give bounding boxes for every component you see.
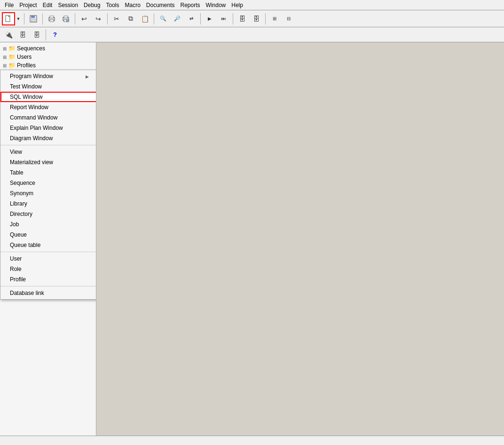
profiles-label: Profiles bbox=[17, 62, 36, 69]
sep-after-queue-table bbox=[0, 252, 96, 252]
role-label: Role bbox=[10, 266, 22, 272]
menu-documents[interactable]: Documents bbox=[143, 1, 178, 9]
print-button[interactable] bbox=[45, 12, 58, 25]
new-icon bbox=[5, 15, 12, 23]
menu-queue[interactable]: Queue bbox=[0, 230, 96, 240]
sql-window-label: SQL Window bbox=[10, 94, 43, 100]
menu-profile[interactable]: Profile bbox=[0, 274, 96, 285]
db2-button[interactable]: 🗄 bbox=[30, 28, 43, 41]
program-window-arrow bbox=[86, 73, 89, 79]
users-folder-icon: 📁 bbox=[8, 54, 16, 60]
print-icon bbox=[48, 15, 55, 23]
menu-macro[interactable]: Macro bbox=[122, 1, 143, 9]
menu-library[interactable]: Library bbox=[0, 199, 96, 209]
menu-command-window[interactable]: Command Window bbox=[0, 112, 96, 123]
menu-sql-window[interactable]: SQL Window bbox=[0, 92, 96, 102]
menu-job[interactable]: Job bbox=[0, 219, 96, 230]
sep1 bbox=[24, 13, 24, 24]
svg-rect-3 bbox=[31, 16, 35, 18]
command-window-label: Command Window bbox=[10, 114, 57, 121]
menu-reports[interactable]: Reports bbox=[178, 1, 203, 9]
sep2 bbox=[42, 13, 43, 24]
sidebar-item-sequences[interactable]: ⊞ 📁 Sequences bbox=[0, 44, 96, 53]
dropdown-overlay: Program Window Test Window SQL Window Re… bbox=[0, 70, 96, 300]
toolbar1: ▼ ↩ ↪ ✂ ⧉ 📋 🔍 🔎 ⇄ ▶ ⏭ 🗄 🗄 bbox=[0, 10, 504, 27]
profile-label: Profile bbox=[10, 276, 26, 283]
sep-after-profile bbox=[0, 286, 96, 286]
printpreview-button[interactable] bbox=[59, 12, 72, 25]
menu-debug[interactable]: Debug bbox=[81, 1, 103, 9]
menu-file[interactable]: File bbox=[2, 1, 16, 9]
menu-sequence[interactable]: Sequence bbox=[0, 178, 96, 188]
sep-after-diagram bbox=[0, 145, 96, 145]
test-window-label: Test Window bbox=[10, 83, 42, 90]
sidebar-item-profiles[interactable]: ⊞ 📁 Profiles bbox=[0, 61, 96, 70]
menu-program-window[interactable]: Program Window bbox=[0, 71, 96, 81]
sep9 bbox=[46, 29, 46, 40]
library-label: Library bbox=[10, 200, 27, 207]
menu-user[interactable]: User bbox=[0, 254, 96, 264]
dropdown-arrow-button[interactable]: ▼ bbox=[15, 12, 22, 25]
sidebar: ⊞ 📁 Sequences ⊞ 📁 Users ⊞ 📁 Profiles ⊞ 📁… bbox=[0, 42, 96, 436]
expand-users: ⊞ bbox=[2, 55, 8, 60]
menu-directory[interactable]: Directory bbox=[0, 209, 96, 219]
menu-role[interactable]: Role bbox=[0, 264, 96, 274]
findnext-button[interactable]: 🔎 bbox=[171, 12, 184, 25]
exec-button[interactable]: ▶ bbox=[203, 12, 216, 25]
new-button[interactable] bbox=[2, 12, 15, 25]
svg-rect-4 bbox=[32, 19, 35, 22]
redo-button[interactable]: ↪ bbox=[92, 12, 105, 25]
db-icon-button2[interactable]: 🗄 bbox=[250, 12, 263, 25]
svg-point-11 bbox=[66, 19, 69, 22]
view-label: View bbox=[10, 149, 22, 155]
toolbar-group-new: ▼ bbox=[2, 12, 22, 25]
connect-button[interactable]: 🔌 bbox=[2, 28, 15, 41]
extra-btn1[interactable]: ⊞ bbox=[268, 12, 281, 25]
content-area bbox=[96, 42, 504, 436]
menu-queue-table[interactable]: Queue table bbox=[0, 240, 96, 250]
paste-button[interactable]: 📋 bbox=[138, 12, 151, 25]
find-button[interactable]: 🔍 bbox=[157, 12, 170, 25]
menu-view[interactable]: View bbox=[0, 147, 96, 157]
synonym-label: Synonym bbox=[10, 190, 33, 197]
expand-profiles: ⊞ bbox=[2, 63, 8, 68]
menu-tools[interactable]: Tools bbox=[103, 1, 122, 9]
directory-label: Directory bbox=[10, 211, 32, 217]
sidebar-item-users[interactable]: ⊞ 📁 Users bbox=[0, 53, 96, 61]
dropdown-menu: Program Window Test Window SQL Window Re… bbox=[0, 70, 96, 300]
menu-materialized-view[interactable]: Materialized view bbox=[0, 157, 96, 167]
help-button[interactable]: ? bbox=[48, 28, 62, 41]
undo-button[interactable]: ↩ bbox=[78, 12, 91, 25]
menu-report-window[interactable]: Report Window bbox=[0, 102, 96, 112]
users-label: Users bbox=[17, 54, 32, 60]
menubar: File Project Edit Session Debug Tools Ma… bbox=[0, 0, 504, 10]
program-window-label: Program Window bbox=[10, 73, 53, 79]
menu-edit[interactable]: Edit bbox=[40, 1, 55, 9]
cut-button[interactable]: ✂ bbox=[110, 12, 123, 25]
db1-button[interactable]: 🗄 bbox=[16, 28, 29, 41]
replace-button[interactable]: ⇄ bbox=[185, 12, 198, 25]
user-label: User bbox=[10, 255, 22, 262]
main-layout: ⊞ 📁 Sequences ⊞ 📁 Users ⊞ 📁 Profiles ⊞ 📁… bbox=[0, 42, 504, 436]
menu-explain-plan-window[interactable]: Explain Plan Window bbox=[0, 123, 96, 133]
menu-table[interactable]: Table bbox=[0, 167, 96, 178]
toolbar2: 🔌 🗄 🗄 ? bbox=[0, 27, 504, 42]
db-icon-button1[interactable]: 🗄 bbox=[236, 12, 249, 25]
copy-button[interactable]: ⧉ bbox=[124, 12, 137, 25]
menu-session[interactable]: Session bbox=[55, 1, 81, 9]
menu-database-link[interactable]: Database link bbox=[0, 288, 96, 298]
menu-synonym[interactable]: Synonym bbox=[0, 188, 96, 199]
menu-test-window[interactable]: Test Window bbox=[0, 81, 96, 92]
save-icon bbox=[30, 15, 37, 23]
menu-help[interactable]: Help bbox=[228, 1, 246, 9]
extra-btn2[interactable]: ⊟ bbox=[282, 12, 295, 25]
exec2-button[interactable]: ⏭ bbox=[217, 12, 230, 25]
save-button[interactable] bbox=[27, 12, 40, 25]
sequences-label: Sequences bbox=[17, 45, 45, 52]
svg-rect-9 bbox=[64, 16, 68, 18]
table-label: Table bbox=[10, 169, 24, 176]
menu-project[interactable]: Project bbox=[16, 1, 39, 9]
explain-plan-window-label: Explain Plan Window bbox=[10, 125, 63, 131]
menu-diagram-window[interactable]: Diagram Window bbox=[0, 133, 96, 143]
menu-window[interactable]: Window bbox=[203, 1, 229, 9]
